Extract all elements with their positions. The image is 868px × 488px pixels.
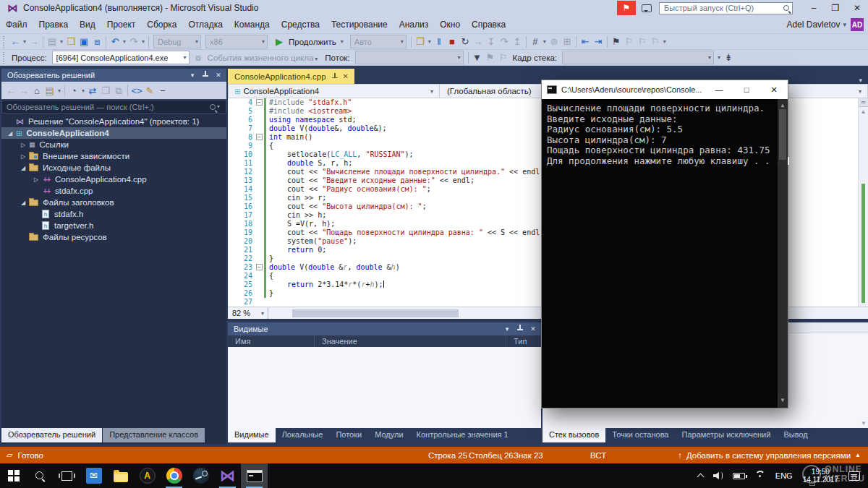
navigate-back-dropdown[interactable]: ▾ [22,38,27,45]
scrollbar-thumb[interactable] [779,109,786,160]
expand-arrow-icon[interactable]: ▷ [32,176,41,183]
steam-icon[interactable] [187,463,214,488]
tab-item[interactable]: Вывод [777,428,814,442]
memory-window-icon[interactable]: ⊞ [561,35,574,49]
break-all-icon[interactable]: ‖ [433,35,446,49]
split-editor-handle[interactable]: ═ [859,98,868,107]
tree-item[interactable]: ◢⊞ConsoleApplication4 [1,127,226,139]
restore-button[interactable]: ❐ [825,0,846,16]
search-dropdown-chevron-icon[interactable]: ▾ [216,103,221,110]
open-file-icon[interactable]: ❒ [64,35,77,49]
tab-item[interactable]: Контрольные значения 1 [410,428,515,442]
menu-item[interactable]: Команда [229,16,276,33]
toolbar-grip[interactable] [3,36,7,48]
solution-explorer-header[interactable]: Обозреватель решений ▾ ✕ [1,69,226,82]
flag-threads-icon[interactable]: ▼ [471,51,484,65]
tree-item[interactable]: ▷Внешние зависимости [1,150,226,162]
se-pending-changes-icon[interactable]: ◔ [67,83,80,98]
mail-app-icon[interactable] [80,463,107,488]
console-scrollbar[interactable]: ▲ ▼ [778,99,788,408]
lifecycle-events-button[interactable]: События жизненного цикла▾ [205,53,323,62]
user-avatar[interactable]: AD [851,18,864,31]
tab-close-icon[interactable]: ✕ [339,72,350,80]
expand-arrow-icon[interactable]: ▷ [19,153,27,160]
editor-vertical-scrollbar[interactable]: ═ ▲ [858,98,868,307]
se-switch-views-dropdown[interactable]: ▾ [56,87,62,94]
indent-increase-icon[interactable]: ⇥ [592,35,605,49]
source-control-button[interactable]: ↑ Добавить в систему управления версиями… [678,447,861,463]
menu-item[interactable]: Отладка [182,16,228,33]
user-dropdown-chevron-icon[interactable]: ▾ [843,21,846,28]
se-preview-selected-icon[interactable]: − [156,83,169,98]
tab-item[interactable]: Видимые [228,428,276,442]
console-app-icon[interactable] [241,463,268,488]
close-button[interactable]: ✕ [846,0,868,16]
menu-item[interactable]: Сборка [141,16,182,33]
tree-item[interactable]: hstdafx.h [1,208,226,220]
tree-item[interactable]: ++stdafx.cpp [1,185,226,197]
fold-collapse-icon[interactable]: − [256,264,263,270]
battery-icon[interactable] [728,463,750,488]
clear-bookmarks-icon[interactable]: ⚐ [649,35,662,49]
redo-dropdown[interactable]: ▾ [140,38,146,45]
restart-icon[interactable]: ↻ [459,35,472,49]
save-all-icon[interactable]: ⧈ [90,35,103,49]
tree-item[interactable]: ◢Файлы заголовков [1,197,226,208]
menu-item[interactable]: Файл [0,16,33,33]
column-header[interactable]: Имя [228,335,315,347]
document-list-chevron-icon[interactable]: ▾ [859,77,868,84]
feedback-flag-button[interactable]: ⚑ [617,1,636,15]
se-pending-changes-dropdown[interactable]: ▾ [80,87,86,94]
step-into-icon[interactable]: ↧ [485,35,498,49]
scroll-up-icon[interactable]: ▲ [859,108,868,115]
navigate-forward-icon[interactable]: → [27,35,41,49]
menu-item[interactable]: Справка [466,16,511,33]
freeze-threads-icon[interactable]: ⚐ [497,51,510,65]
toolbar2-overflow-icon[interactable]: ⇟ [722,51,735,65]
horizontal-scrollbar-thumb[interactable] [292,309,459,317]
se-back-icon[interactable]: ← [4,83,17,98]
send-feedback-icon[interactable] [642,4,652,12]
network-icon[interactable] [750,463,770,488]
attach-mode-combo[interactable]: Авто▾ [350,35,407,48]
tree-item[interactable]: ⋈Решение "ConsoleApplication4" (проектов… [1,116,226,127]
toolbar-grip[interactable] [3,52,7,64]
scroll-down-icon[interactable]: ▼ [861,420,867,427]
tab-item[interactable]: Модули [368,428,409,442]
se-refresh-icon[interactable]: ❐ [99,83,112,98]
menu-item[interactable]: Правка [33,16,75,33]
quick-launch-input[interactable]: Быстрый запуск (Ctrl+Q) [659,2,793,14]
fold-collapse-icon[interactable]: − [256,99,263,106]
scroll-down-icon[interactable]: ▼ [778,395,788,406]
console-close-button[interactable]: ✕ [760,80,788,99]
collapse-arrow-icon[interactable]: ◢ [19,200,27,206]
tab-item[interactable]: Стек вызовов [542,428,605,442]
navigate-back-icon[interactable]: ← [9,35,22,49]
prev-bookmark-icon[interactable]: ⚐ [623,35,636,49]
visual-studio-icon[interactable] [214,463,241,488]
editor-zoom-combo[interactable]: 82 % ▾ [228,309,265,317]
new-project-icon[interactable]: ▤ [46,35,59,49]
start-button[interactable] [0,463,27,488]
expand-arrow-icon[interactable]: ▷ [19,142,27,148]
menu-item[interactable]: Окно [434,16,466,33]
tab-item[interactable]: Потоки [329,428,368,442]
se-sync-selection-icon[interactable]: ⇄ [86,83,99,98]
fold-collapse-icon[interactable]: − [256,134,263,140]
thread-combo[interactable]: ▾ [355,51,464,64]
menu-item[interactable]: Проект [101,16,142,33]
process-combo[interactable]: [6964] ConsoleApplication4.exe▾ [52,51,190,64]
indent-decrease-icon[interactable]: ⇤ [579,35,592,49]
se-forward-icon[interactable]: → [17,83,30,98]
continue-button[interactable]: ▶Продолжить▾ [270,35,348,49]
volume-icon[interactable] [708,463,728,488]
stop-debugging-icon[interactable]: ■ [446,35,459,49]
tree-item[interactable]: htargetver.h [1,220,226,231]
step-over-icon[interactable]: ↷ [498,35,511,49]
se-switch-views-icon[interactable]: ▤ [43,83,56,98]
autos-header[interactable]: Видимые ▾ ✕ [228,322,541,335]
project-scope-combo[interactable]: ⊞ ConsoleApplication4 ▾ [229,85,440,98]
step-out-icon[interactable]: ↥ [511,35,524,49]
se-home-icon[interactable]: ⌂ [30,83,43,98]
console-maximize-button[interactable]: □ [733,80,760,99]
